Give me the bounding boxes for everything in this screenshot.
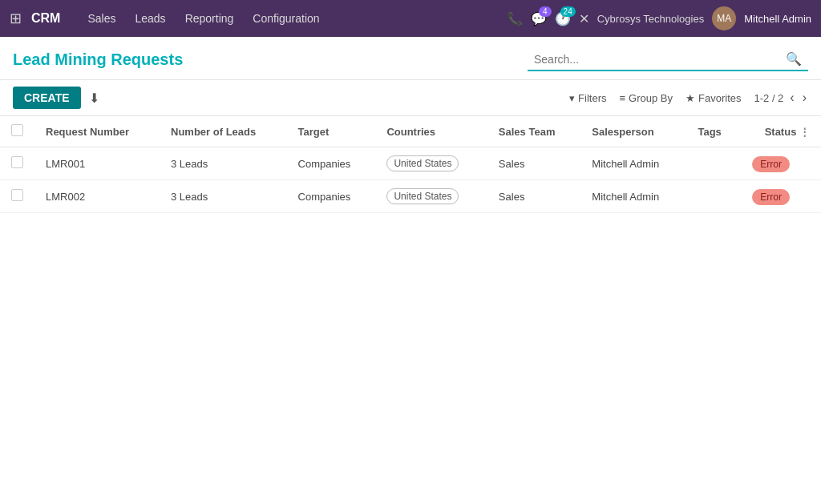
top-navigation: ⊞ CRM Sales Leads Reporting Configuratio…	[0, 0, 821, 37]
table-row: LMR001 3 Leads Companies United States S…	[0, 147, 821, 180]
th-status: Status ⋮	[741, 116, 821, 147]
page-header: Lead Mining Requests 🔍	[0, 37, 821, 80]
groupby-label: Group By	[629, 92, 673, 104]
cell-request-number-1[interactable]: LMR002	[34, 180, 160, 213]
country-tag-1: United States	[386, 188, 459, 204]
table-header-row: Request Number Number of Leads Target Co…	[0, 116, 821, 147]
menu-reporting[interactable]: Reporting	[177, 7, 242, 30]
cell-target-0: Companies	[287, 147, 376, 180]
th-salesperson: Salesperson	[580, 116, 686, 147]
cell-request-number-0[interactable]: LMR001	[34, 147, 160, 180]
search-input[interactable]	[534, 53, 786, 66]
select-all-checkbox[interactable]	[11, 124, 23, 136]
phone-icon[interactable]: 📞	[507, 11, 523, 26]
status-badge-0: Error	[752, 156, 790, 172]
toolbar: CREATE ⬇ ▾ Filters ≡ Group By ★ Favorite…	[0, 80, 821, 116]
row-checkbox-0[interactable]	[11, 156, 23, 168]
apps-icon[interactable]: ⊞	[10, 10, 22, 27]
groupby-button[interactable]: ≡ Group By	[620, 92, 673, 104]
country-tag-0: United States	[386, 155, 459, 171]
filter-icon: ▾	[569, 92, 575, 104]
star-icon: ★	[686, 92, 695, 104]
cell-countries-1: United States	[375, 180, 487, 213]
filters-label: Filters	[578, 92, 606, 104]
cell-number-of-leads-1: 3 Leads	[160, 180, 287, 213]
download-button[interactable]: ⬇	[89, 91, 99, 106]
company-name: Cybrosys Technologies	[597, 13, 704, 25]
column-options-icon[interactable]: ⋮	[799, 126, 810, 138]
cell-tags-0	[686, 147, 741, 180]
row-checkbox-cell[interactable]	[0, 180, 34, 213]
search-icon[interactable]: 🔍	[786, 51, 802, 67]
favorites-button[interactable]: ★ Favorites	[686, 92, 741, 104]
cell-number-of-leads-0: 3 Leads	[160, 147, 287, 180]
cell-countries-0: United States	[375, 147, 487, 180]
row-checkbox-cell[interactable]	[0, 147, 34, 180]
page-title-start: Lead Mining	[13, 50, 111, 68]
filters-button[interactable]: ▾ Filters	[569, 92, 606, 104]
row-checkbox-1[interactable]	[11, 189, 23, 201]
th-target: Target	[287, 116, 376, 147]
page-title: Lead Mining Requests	[13, 50, 183, 69]
menu-sales[interactable]: Sales	[79, 7, 123, 30]
username[interactable]: Mitchell Admin	[744, 13, 811, 25]
favorites-label: Favorites	[698, 92, 741, 104]
main-menu: Sales Leads Reporting Configuration	[79, 7, 499, 30]
cell-salesperson-0[interactable]: Mitchell Admin	[580, 147, 686, 180]
cell-status-1: Error	[741, 180, 821, 213]
topnav-right-section: 📞 💬 4 🕐 24 ✕ Cybrosys Technologies MA Mi…	[507, 6, 811, 30]
menu-configuration[interactable]: Configuration	[245, 7, 327, 30]
groupby-icon: ≡	[620, 92, 626, 104]
th-sales-team: Sales Team	[487, 116, 581, 147]
th-tags: Tags	[686, 116, 741, 147]
toolbar-right: ▾ Filters ≡ Group By ★ Favorites 1-2 / 2…	[569, 91, 808, 105]
download-icon: ⬇	[89, 91, 99, 105]
cell-salesperson-1[interactable]: Mitchell Admin	[580, 180, 686, 213]
create-button[interactable]: CREATE	[13, 87, 81, 109]
avatar[interactable]: MA	[712, 6, 736, 30]
main-content: Lead Mining Requests 🔍 CREATE ⬇ ▾ Filter…	[0, 37, 821, 504]
th-number-of-leads: Number of Leads	[160, 116, 287, 147]
menu-leads[interactable]: Leads	[127, 7, 173, 30]
pagination-text: 1-2 / 2	[754, 92, 783, 104]
pagination: 1-2 / 2 ‹ ›	[754, 91, 808, 105]
th-request-number: Request Number	[34, 116, 160, 147]
pagination-next-button[interactable]: ›	[801, 91, 808, 105]
cell-target-1: Companies	[287, 180, 376, 213]
crm-logo[interactable]: CRM	[31, 11, 60, 26]
chat-icon-container[interactable]: 💬 4	[531, 11, 547, 26]
search-bar: 🔍	[528, 48, 808, 71]
status-badge-1: Error	[752, 189, 790, 205]
avatar-initials: MA	[717, 13, 731, 24]
close-icon[interactable]: ✕	[579, 11, 589, 26]
clock-badge: 24	[560, 6, 576, 17]
page-title-highlight: Requests	[111, 50, 183, 68]
th-countries: Countries	[375, 116, 487, 147]
table-row: LMR002 3 Leads Companies United States S…	[0, 180, 821, 213]
cell-sales-team-1: Sales	[487, 180, 581, 213]
lead-mining-table: Request Number Number of Leads Target Co…	[0, 116, 821, 213]
chat-badge: 4	[539, 6, 552, 17]
pagination-prev-button[interactable]: ‹	[788, 91, 795, 105]
clock-icon-container[interactable]: 🕐 24	[555, 11, 571, 26]
select-all-header[interactable]	[0, 116, 34, 147]
cell-status-0: Error	[741, 147, 821, 180]
cell-sales-team-0: Sales	[487, 147, 581, 180]
cell-tags-1	[686, 180, 741, 213]
table-body: LMR001 3 Leads Companies United States S…	[0, 147, 821, 213]
